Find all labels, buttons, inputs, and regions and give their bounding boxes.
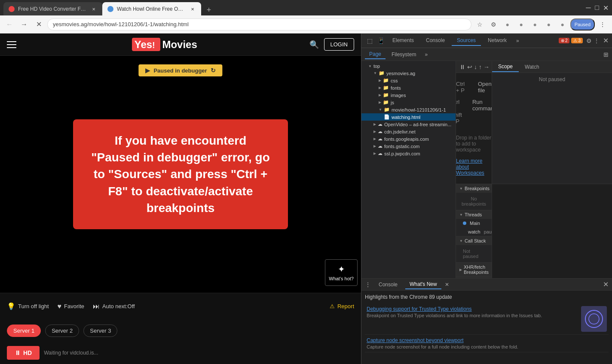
scope-right-area <box>492 184 612 278</box>
devtools-sub-tab-filesystem[interactable]: Filesystem <box>387 50 420 59</box>
tree-item-css[interactable]: ▶ 📁 css <box>361 77 456 84</box>
tree-label-top: top <box>373 64 380 69</box>
console-entry-2-title[interactable]: Capture node screenshot beyond viewport <box>367 337 607 343</box>
reload-button[interactable]: ✕ <box>33 18 45 30</box>
tree-item-openvideo[interactable]: ▶ ☁ OpenVideo – ad-free streamin... <box>361 121 456 128</box>
console-entry-1-title[interactable]: Debugging support for Trusted Type viola… <box>367 306 576 312</box>
login-button[interactable]: LOGIN <box>324 38 354 51</box>
console-menu-button[interactable]: ⋮ <box>365 281 371 288</box>
main-thread-item[interactable]: Main <box>456 219 492 228</box>
tree-item-ssl[interactable]: ▶ ☁ ssl.p.jwpcdn.com <box>361 150 456 157</box>
back-button[interactable]: ← <box>3 18 15 30</box>
maximize-button[interactable]: □ <box>594 5 600 11</box>
server-2-button[interactable]: Server 2 <box>45 325 79 337</box>
chrome-extension-1[interactable]: ● <box>502 18 514 30</box>
chrome-extension-2[interactable]: ● <box>515 18 527 30</box>
search-button[interactable]: 🔍 <box>309 40 319 49</box>
chrome-menu-button[interactable]: ⋮ <box>597 18 609 30</box>
add-tab-button[interactable]: + <box>203 4 215 16</box>
paused-badge[interactable]: Paused <box>570 18 595 30</box>
devtools-error-badge: ⊗ 2 <box>559 38 570 43</box>
whats-new-close-button[interactable]: ✕ <box>445 282 449 288</box>
forward-button[interactable]: → <box>18 18 30 30</box>
tree-item-yesmovies[interactable]: ▼ 📁 yesmovies.ag <box>361 70 456 77</box>
svg-point-0 <box>585 310 603 328</box>
call-stack-header[interactable]: ▼ Call Stack <box>456 237 492 245</box>
devtools-sub-more[interactable]: » <box>422 50 430 59</box>
auto-next-button[interactable]: ⏭ Auto next:Off <box>93 303 135 310</box>
console-entry-1[interactable]: Debugging support for Trusted Type viola… <box>365 303 609 335</box>
step-out-button[interactable]: ↑ <box>479 62 482 72</box>
console-body: Highlights from the Chrome 89 update Deb… <box>361 291 612 364</box>
tree-item-fonts[interactable]: ▶ 📁 fonts <box>361 84 456 91</box>
call-stack-label: Call Stack <box>465 238 486 243</box>
step-button[interactable]: → <box>483 62 490 72</box>
devtools-tab-elements[interactable]: Elements <box>387 36 419 46</box>
learn-more-workspaces-link[interactable]: Learn more about Workspaces <box>456 158 492 176</box>
devtools-sub-settings[interactable]: ⊞ <box>603 51 609 58</box>
devtools-inspect-button[interactable]: ⬚ <box>365 36 374 46</box>
chrome-extension-3[interactable]: ● <box>529 18 541 30</box>
console-strip-tab-console[interactable]: Console <box>374 280 402 289</box>
devtools-more-button[interactable]: ⋮ <box>594 37 600 44</box>
watch-tab[interactable]: Watch <box>519 62 545 72</box>
scope-tab[interactable]: Scope <box>492 62 519 72</box>
devtools-tab-console[interactable]: Console <box>421 36 450 46</box>
browser-tab-2[interactable]: Watch Howl Online Free On Yes... ✕ <box>102 2 201 16</box>
server-3-button[interactable]: Server 3 <box>83 325 117 337</box>
whats-hot-label: What's hot? <box>329 276 354 281</box>
run-command-label: Run command <box>472 99 492 124</box>
watch-thread-item[interactable]: watch paused <box>456 228 492 236</box>
devtools-device-button[interactable]: 📱 <box>376 36 386 46</box>
tree-item-js[interactable]: ▶ 📁 js <box>361 99 456 106</box>
server-1-button[interactable]: Server 1 <box>7 325 41 337</box>
console-strip-close-button[interactable]: ✕ <box>603 280 609 288</box>
bookmark-button[interactable]: ☆ <box>474 18 486 30</box>
xhr-fetch-header[interactable]: ▶ XHR/fetch Breakpoints <box>456 263 492 276</box>
refresh-icon: ↻ <box>211 67 216 74</box>
threads-header[interactable]: ▼ Threads <box>456 210 492 219</box>
pause-resume-button[interactable]: ⏸ <box>459 62 465 72</box>
whats-hot-button[interactable]: ✦ What's hot? <box>325 259 358 286</box>
favorite-button[interactable]: ♥ Favorite <box>58 303 84 310</box>
console-strip-tab-whats-new[interactable]: What's New <box>405 280 441 289</box>
devtools-settings-button[interactable]: ⚙ <box>586 37 592 44</box>
tree-item-cdn[interactable]: ▶ ☁ cdn.jsdelivr.net <box>361 128 456 135</box>
tree-item-top[interactable]: ▼ top <box>361 63 456 70</box>
devtools-more-tabs[interactable]: » <box>514 36 522 46</box>
step-into-button[interactable]: ↓ <box>474 62 477 72</box>
tree-item-fonts-gstatic[interactable]: ▶ ☁ fonts.gstatic.com <box>361 143 456 150</box>
turn-off-light-button[interactable]: 💡 Turn off light <box>7 302 49 310</box>
chrome-extension-4[interactable]: ● <box>543 18 555 30</box>
devtools-sub-tab-page[interactable]: Page <box>365 50 386 59</box>
minimize-button[interactable]: ─ <box>585 5 591 11</box>
extension-settings-button[interactable]: ⚙ <box>488 18 500 30</box>
tree-item-movie-folder[interactable]: ▼ 📁 movie/howl-12101206/1-1 <box>361 106 456 113</box>
report-button[interactable]: ⚠ Report <box>330 303 354 309</box>
close-window-button[interactable]: ✕ <box>603 5 609 11</box>
address-bar[interactable]: yesmovies.ag/movie/howl-12101206/1-1/wat… <box>47 18 471 30</box>
yesmovies-logo[interactable]: Yes! Movies <box>132 39 197 51</box>
breakpoints-header[interactable]: ▼ Breakpoints <box>456 184 492 193</box>
step-over-button[interactable]: ↩ <box>467 62 472 72</box>
tree-item-images[interactable]: ▶ 📁 images <box>361 91 456 99</box>
xhr-fetch-arrow: ▶ <box>459 268 462 272</box>
debugger-sections: ▼ Breakpoints No breakpoints ▼ Threads <box>456 184 492 278</box>
tree-item-fonts-google[interactable]: ▶ ☁ fonts.googleapis.com <box>361 135 456 143</box>
devtools-tab-network[interactable]: Network <box>483 36 512 46</box>
chrome-extension-5[interactable]: ● <box>557 18 569 30</box>
console-entry-2[interactable]: Capture node screenshot beyond viewport … <box>365 335 609 352</box>
whats-hot-icon: ✦ <box>338 264 345 274</box>
tree-label-js: js <box>391 100 394 105</box>
tab2-close[interactable]: ✕ <box>189 6 196 12</box>
lightbulb-icon: 💡 <box>7 302 15 310</box>
browser-tab-1[interactable]: Free HD Video Converter Factor... ✕ <box>3 2 102 16</box>
tab2-favicon <box>107 6 113 12</box>
devtools-close-button[interactable]: ✕ <box>603 36 609 45</box>
hamburger-menu[interactable] <box>7 38 20 51</box>
tab1-close[interactable]: ✕ <box>90 6 97 12</box>
hd-button[interactable]: ⏸ HD <box>7 346 40 360</box>
address-text: yesmovies.ag/movie/howl-12101206/1-1/wat… <box>53 21 189 27</box>
tree-item-watching-html[interactable]: 📄 watching.html <box>361 113 456 121</box>
devtools-tab-sources[interactable]: Sources <box>452 36 481 46</box>
